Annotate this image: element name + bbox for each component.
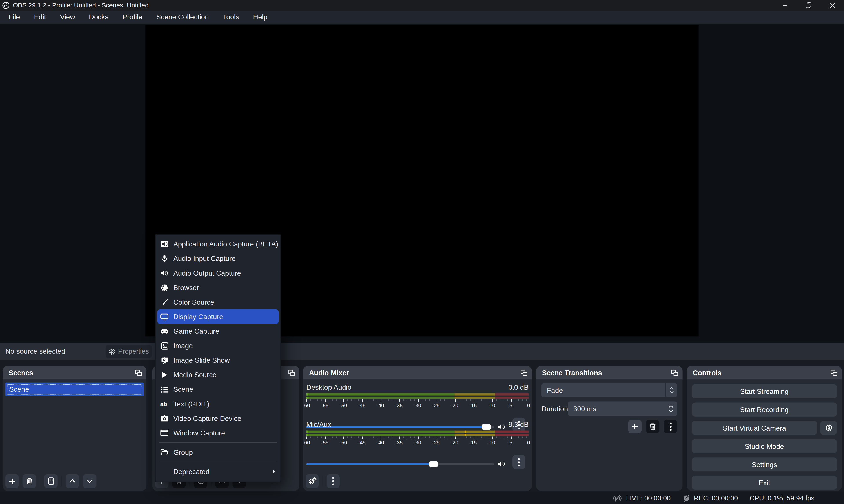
popout-icon[interactable] xyxy=(671,370,678,376)
audio-input-capture-icon xyxy=(161,254,168,263)
menu-item-image-slide-show[interactable]: Image Slide Show xyxy=(157,353,279,367)
menu-item-media-source[interactable]: Media Source xyxy=(157,367,279,382)
menu-view[interactable]: View xyxy=(53,11,82,24)
scene-up-button[interactable] xyxy=(66,474,79,488)
menu-item-application-audio-capture[interactable]: Application Audio Capture (BETA) xyxy=(157,237,279,251)
statusbar: LIVE: 00:00:00 REC: 00:00:00 CPU: 0.1%, … xyxy=(0,492,844,504)
rec-offline-icon xyxy=(682,494,690,502)
source-context-toolbar: No source selected Properties xyxy=(0,343,844,360)
menu-item-group[interactable]: Group xyxy=(157,445,279,460)
menu-item-scene[interactable]: Scene xyxy=(157,382,279,397)
properties-button[interactable]: Properties xyxy=(106,345,152,358)
start-virtual-camera-button[interactable]: Start Virtual Camera xyxy=(692,421,817,435)
popout-icon[interactable] xyxy=(135,370,142,376)
toolbar-separator xyxy=(323,476,323,486)
chevron-up-icon xyxy=(669,387,674,390)
virtual-camera-settings-button[interactable] xyxy=(820,421,837,435)
window-title: OBS 29.1.2 - Profile: Untitled - Scenes:… xyxy=(13,2,149,9)
menu-item-color-source[interactable]: Color Source xyxy=(157,295,279,309)
display-capture-icon xyxy=(161,313,168,321)
exit-button[interactable]: Exit xyxy=(692,476,837,490)
menu-item-display-capture[interactable]: Display Capture xyxy=(157,309,279,324)
meter-tick-scale xyxy=(306,399,528,402)
svg-text:ab: ab xyxy=(161,401,167,407)
menu-item-audio-input-capture[interactable]: Audio Input Capture xyxy=(157,251,279,266)
cpu-fps-stats: CPU: 0.1%, 59.94 fps xyxy=(750,494,814,502)
image-slide-show-icon xyxy=(161,356,168,364)
restore-button[interactable] xyxy=(797,0,821,11)
window-capture-icon xyxy=(161,429,168,437)
scene-transitions-title: Scene Transitions xyxy=(542,368,602,377)
add-transition-button[interactable] xyxy=(628,420,642,433)
menu-file[interactable]: File xyxy=(2,11,27,24)
speaker-icon[interactable] xyxy=(497,460,505,468)
start-streaming-button[interactable]: Start Streaming xyxy=(692,384,837,398)
remove-scene-button[interactable] xyxy=(23,474,36,488)
channel-name: Mic/Aux xyxy=(306,420,331,428)
meter-bar-right xyxy=(306,396,528,398)
popout-icon[interactable] xyxy=(831,370,838,376)
menu-tools[interactable]: Tools xyxy=(216,11,246,24)
remove-transition-button[interactable] xyxy=(646,420,659,433)
duration-spinbox[interactable]: 300 ms xyxy=(568,401,677,416)
peak-indicator xyxy=(465,431,466,433)
controls-title: Controls xyxy=(693,368,721,377)
close-button[interactable] xyxy=(820,0,844,11)
popout-icon[interactable] xyxy=(288,370,295,376)
color-source-brush-icon xyxy=(161,298,168,306)
meter-tick-scale xyxy=(306,436,528,439)
volume-slider[interactable] xyxy=(306,462,494,466)
trash-icon xyxy=(649,423,656,430)
minimize-button[interactable] xyxy=(773,0,797,11)
transition-buttons xyxy=(628,420,677,433)
menu-help[interactable]: Help xyxy=(246,11,274,24)
settings-button[interactable]: Settings xyxy=(692,457,837,471)
scenes-panel-header[interactable]: Scenes xyxy=(3,366,146,379)
studio-mode-button[interactable]: Studio Mode xyxy=(692,439,837,453)
video-capture-camera-icon xyxy=(161,414,168,422)
menu-item-audio-output-capture[interactable]: Audio Output Capture xyxy=(157,266,279,281)
chevron-down-icon[interactable] xyxy=(668,410,674,413)
menu-item-browser[interactable]: Browser xyxy=(157,281,279,295)
scene-filters-button[interactable] xyxy=(44,474,58,488)
rec-status: REC: 00:00:00 xyxy=(682,494,738,502)
menu-docks[interactable]: Docks xyxy=(82,11,115,24)
channel-options-button[interactable] xyxy=(513,455,525,469)
audio-mixer-header[interactable]: Audio Mixer xyxy=(303,366,532,379)
menu-separator xyxy=(159,462,277,462)
transition-options-button[interactable] xyxy=(664,420,677,433)
advanced-audio-button[interactable] xyxy=(306,474,319,488)
menu-item-game-capture[interactable]: Game Capture xyxy=(157,324,279,339)
mixer-options-button[interactable] xyxy=(327,474,340,488)
menu-item-deprecated[interactable]: Deprecated xyxy=(157,465,279,479)
menu-separator xyxy=(159,443,277,443)
add-scene-button[interactable] xyxy=(5,474,19,488)
plus-icon xyxy=(631,423,639,430)
combo-spinner[interactable] xyxy=(665,383,677,397)
scene-list-item[interactable]: Scene xyxy=(5,383,144,396)
menu-item-image[interactable]: Image xyxy=(157,339,279,353)
menu-profile[interactable]: Profile xyxy=(115,11,149,24)
meter-tick-labels: -60 -55 -50 -45 -40 -35 -30 -25 -20 -15 … xyxy=(306,439,528,446)
popout-icon[interactable] xyxy=(521,370,528,376)
window-controls xyxy=(773,0,844,11)
channel-name: Desktop Audio xyxy=(306,383,351,391)
dots-icon xyxy=(669,422,672,431)
slider-handle[interactable] xyxy=(429,461,438,467)
browser-globe-icon xyxy=(161,284,168,292)
volume-meter: -60 -55 -50 -45 -40 -35 -30 -25 -20 -15 … xyxy=(306,431,528,446)
menu-scene-collection[interactable]: Scene Collection xyxy=(149,11,216,24)
meter-tick-labels: -60 -55 -50 -45 -40 -35 -30 -25 -20 -15 … xyxy=(306,402,528,408)
menu-item-video-capture-device[interactable]: Video Capture Device xyxy=(157,411,279,426)
menu-item-text-gdi[interactable]: ab Text (GDI+) xyxy=(157,397,279,411)
menu-edit[interactable]: Edit xyxy=(27,11,53,24)
scene-down-button[interactable] xyxy=(83,474,96,488)
mixer-channel: Mic/Aux -8.3 dB -60 -55 -50 -45 -40 xyxy=(306,420,528,446)
menu-item-window-capture[interactable]: Window Capture xyxy=(157,426,279,440)
audio-mixer-panel: Audio Mixer Desktop Audio 0.0 dB xyxy=(303,366,532,491)
transition-select[interactable]: Fade xyxy=(541,383,677,397)
chevron-up-icon[interactable] xyxy=(668,404,674,408)
controls-header[interactable]: Controls xyxy=(687,366,842,379)
start-recording-button[interactable]: Start Recording xyxy=(692,402,837,416)
scene-transitions-header[interactable]: Scene Transitions xyxy=(536,366,683,379)
